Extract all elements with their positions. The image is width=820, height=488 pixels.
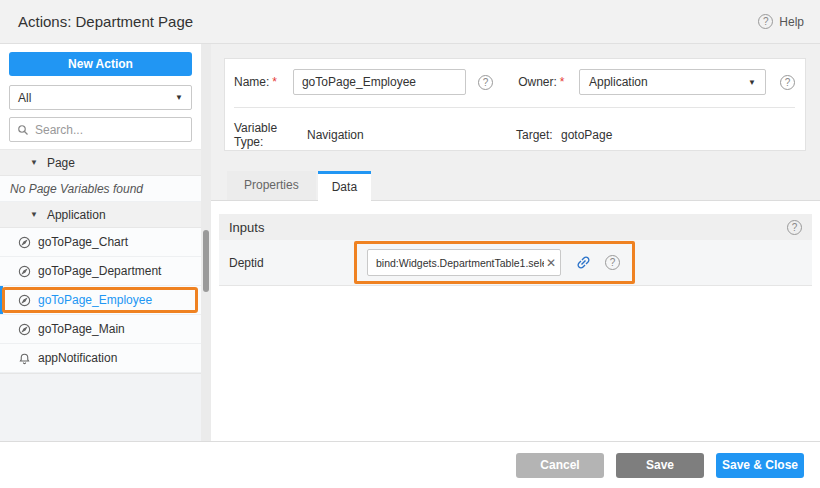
help-link[interactable]: ? Help [758,14,804,29]
navigation-variable-icon [17,235,31,249]
tab-properties[interactable]: Properties [227,171,316,200]
inputs-help-icon[interactable]: ? [787,220,802,235]
tree-group-page[interactable]: ▼ Page [0,150,201,176]
variables-sidebar: New Action All ▼ ▼ Page No Page Variable… [0,44,201,441]
inputs-title: Inputs [229,220,264,235]
deptid-bind-input[interactable]: bind:Widgets.DepartmentTable1.selec ✕ [367,249,561,276]
sidebar-scrollbar[interactable] [201,44,211,441]
name-input[interactable] [293,69,466,95]
sidebar-filler [0,373,201,441]
sidebar-item-gotopage-employee[interactable]: goToPage_Employee [0,286,201,315]
help-icon: ? [758,14,773,29]
sidebar-item-gotopage-main[interactable]: goToPage_Main [0,315,201,344]
navigation-variable-icon [17,264,31,278]
dialog-header: Actions: Department Page ? Help [0,0,820,44]
save-button[interactable]: Save [616,453,704,478]
target-label: Target: [516,128,556,142]
tab-data[interactable]: Data [318,171,371,201]
owner-select-value: Application [589,75,648,89]
main-panel: Name: * ? Owner: * Application ▼ ? [211,44,820,441]
search-input[interactable] [35,123,184,137]
deptid-bind-value: bind:Widgets.DepartmentTable1.selec [376,257,544,269]
required-asterisk: * [560,75,565,89]
tab-strip: Properties Data [211,170,820,200]
navigation-variable-icon [17,293,31,307]
cancel-button[interactable]: Cancel [516,453,604,478]
sidebar-item-gotopage-chart[interactable]: goToPage_Chart [0,228,201,257]
owner-select[interactable]: Application ▼ [579,69,766,95]
deptid-help-icon[interactable]: ? [605,255,620,270]
sidebar-item-label: goToPage_Department [38,264,161,278]
type-target-row: Variable Type: Navigation Target: gotoPa… [225,108,805,149]
owner-help-icon[interactable]: ? [780,75,795,90]
sidebar-item-appnotification[interactable]: appNotification [0,344,201,373]
required-asterisk: * [272,75,277,89]
search-box [9,117,192,142]
save-and-close-button[interactable]: Save & Close [716,453,804,478]
selected-indicator-bar [0,286,3,314]
page-title: Actions: Department Page [18,13,193,30]
deptid-highlight-box: bind:Widgets.DepartmentTable1.selec ✕ ? [354,241,635,284]
tree-group-label: Page [47,156,75,170]
actions-dialog: Actions: Department Page ? Help New Acti… [0,0,820,488]
new-action-button[interactable]: New Action [9,52,192,76]
variables-tree: ▼ Page No Page Variables found ▼ Applica… [0,149,201,373]
tree-group-label: Application [47,208,106,222]
name-help-icon[interactable]: ? [478,75,493,90]
sidebar-item-gotopage-department[interactable]: goToPage_Department [0,257,201,286]
owner-label: Owner: [518,75,557,89]
page-empty-message: No Page Variables found [0,176,201,202]
clear-binding-icon[interactable]: ✕ [546,256,556,270]
navigation-variable-icon [17,322,31,336]
help-label: Help [779,15,804,29]
variable-type-label: Variable Type: [234,121,307,149]
target-value: gotoPage [561,128,612,142]
name-owner-row: Name: * ? Owner: * Application ▼ ? [225,59,805,95]
deptid-label: Deptid [229,256,354,270]
sidebar-item-label: goToPage_Employee [38,293,152,307]
collapse-arrow-icon: ▼ [30,210,38,219]
chevron-down-icon: ▼ [748,78,756,87]
variable-summary-panel: Name: * ? Owner: * Application ▼ ? [224,58,806,151]
tree-group-application[interactable]: ▼ Application [0,202,201,228]
sidebar-item-label: goToPage_Chart [38,235,128,249]
filter-select[interactable]: All ▼ [9,85,192,110]
inputs-section: Inputs ? Deptid bind:Widgets.DepartmentT… [219,214,812,286]
collapse-arrow-icon: ▼ [30,158,38,167]
search-icon [17,124,29,136]
deptid-row: Deptid bind:Widgets.DepartmentTable1.sel… [219,240,812,286]
filter-select-value: All [18,91,31,105]
bind-link-icon[interactable] [574,254,592,272]
dialog-footer: Cancel Save Save & Close [0,441,820,488]
scrollbar-thumb[interactable] [203,230,209,292]
chevron-down-icon: ▼ [175,93,183,102]
variable-type-value: Navigation [307,128,369,142]
sidebar-controls: New Action All ▼ [0,44,201,149]
notification-variable-icon [17,351,31,365]
inputs-header: Inputs ? [219,214,812,240]
sidebar-item-label: appNotification [38,351,117,365]
sidebar-item-label: goToPage_Main [38,322,125,336]
name-label: Name: [234,75,269,89]
form-area: Name: * ? Owner: * Application ▼ ? [211,44,820,201]
